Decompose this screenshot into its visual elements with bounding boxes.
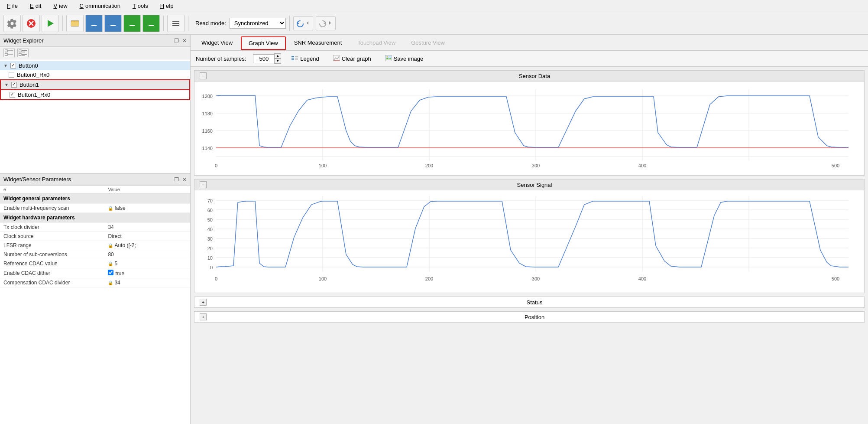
upload-button[interactable]	[104, 15, 122, 32]
status-panel-title: Status	[210, 299, 859, 306]
menu-help[interactable]: Help	[157, 2, 175, 10]
checkbox-button1[interactable]	[11, 82, 17, 88]
param-row-cdac-divider: Compensation CDAC divider 🔒34	[0, 278, 190, 287]
tab-graph-view[interactable]: Graph View	[241, 36, 286, 50]
svg-text:30: 30	[207, 236, 213, 241]
widget-explorer: Widget Explorer ❐ ✕ ▼ Butto	[0, 35, 190, 173]
param-row-clock-source: Clock source Direct	[0, 232, 190, 241]
samples-input[interactable]	[253, 54, 275, 63]
menu-edit[interactable]: Edit	[26, 2, 43, 10]
clear-graph-button[interactable]: Clear graph	[330, 54, 375, 64]
legend-label: Legend	[300, 55, 319, 62]
undo-button[interactable]	[293, 16, 313, 30]
svg-text:50: 50	[207, 217, 213, 222]
legend-button[interactable]: Legend	[288, 54, 322, 64]
toolbar-separator-4	[289, 16, 290, 31]
widget-explorer-close-button[interactable]: ✕	[182, 38, 187, 44]
sensor-signal-title: Sensor Signal	[210, 182, 859, 188]
position-expand-button[interactable]: +	[200, 313, 207, 320]
sensor-signal-collapse-button[interactable]: −	[200, 181, 207, 188]
param-row-multi-freq: Enable multi-frequency scan 🔒false	[0, 204, 190, 213]
sensor-signal-content: 70 60 50 40 30 20 10 0 0 100 200 300 400	[194, 190, 864, 293]
stop-button[interactable]	[23, 15, 40, 32]
graph-toolbar: Number of samples: ▲ ▼ Legend Clear grap…	[191, 51, 868, 67]
lock-icon-multi-freq: 🔒	[108, 206, 113, 211]
sensor-params-restore-button[interactable]: ❐	[174, 176, 179, 183]
tree-item-button1[interactable]: ▼ Button1	[0, 79, 190, 90]
widget-toolbar-btn2[interactable]	[17, 49, 29, 57]
svg-rect-18	[172, 21, 179, 22]
menu-list-button[interactable]	[167, 15, 185, 32]
svg-marker-24	[329, 21, 331, 25]
svg-rect-8	[91, 25, 97, 26]
svg-text:500: 500	[832, 276, 839, 281]
sensor-signal-chart: 70 60 50 40 30 20 10 0 0 100 200 300 400	[194, 194, 857, 289]
widget-explorer-restore-button[interactable]: ❐	[174, 38, 179, 44]
sensor-params-panel: Widget/Sensor Parameters ❐ ✕ e Value	[0, 173, 190, 424]
tab-gesture-view: Gesture View	[404, 36, 452, 50]
menu-file[interactable]: File	[3, 2, 19, 10]
position-panel: + Position	[194, 311, 865, 323]
svg-text:40: 40	[207, 227, 213, 232]
svg-text:500: 500	[832, 163, 839, 168]
clear-graph-icon	[333, 55, 340, 62]
svg-text:1200: 1200	[202, 94, 213, 99]
widget-explorer-title: Widget Explorer	[3, 37, 43, 44]
save-image-icon	[385, 55, 392, 62]
svg-text:300: 300	[532, 163, 540, 168]
checkbox-button0[interactable]	[10, 63, 16, 68]
params-table-inner: e Value Widget general parameters Enable…	[0, 186, 190, 287]
svg-rect-35	[291, 56, 294, 57]
svg-text:70: 70	[207, 198, 213, 203]
main-layout: Widget Explorer ❐ ✕ ▼ Butto	[0, 35, 868, 424]
lock-icon-cdac-ref: 🔒	[108, 261, 113, 266]
svg-text:1140: 1140	[202, 146, 213, 151]
widget-explorer-header: Widget Explorer ❐ ✕	[0, 35, 190, 47]
menu-tools[interactable]: Tools	[129, 2, 150, 10]
tab-widget-view[interactable]: Widget View	[194, 36, 240, 50]
widget-tree: ▼ Button0 Button0_Rx0 ▼ Button1	[0, 59, 190, 173]
widget-toolbar-btn1[interactable]	[3, 49, 15, 57]
svg-point-48	[386, 56, 388, 57]
param-row-sub-conv: Number of sub-conversions 80	[0, 250, 190, 259]
settings-button[interactable]	[3, 15, 21, 32]
import-button[interactable]	[143, 15, 160, 32]
samples-label: Number of samples:	[196, 55, 246, 62]
export-button[interactable]	[123, 15, 141, 32]
clear-graph-label: Clear graph	[342, 55, 371, 62]
checkbox-button1-rx0[interactable]	[10, 92, 15, 98]
cdac-dither-checkbox[interactable]	[108, 270, 113, 275]
svg-text:0: 0	[210, 265, 213, 270]
menu-communication[interactable]: Communication	[76, 2, 122, 10]
sensor-params-header-icons: ❐ ✕	[174, 176, 187, 183]
sensor-params-header: Widget/Sensor Parameters ❐ ✕	[0, 173, 190, 186]
download-button[interactable]	[85, 15, 103, 32]
read-mode-select[interactable]: Synchronized Free running Single	[230, 18, 286, 29]
sensor-data-collapse-button[interactable]: −	[200, 72, 207, 79]
param-row-cdac-dither: Enable CDAC dither true	[0, 268, 190, 278]
play-button[interactable]	[42, 15, 59, 32]
sensor-params-close-button[interactable]: ✕	[182, 176, 187, 183]
tabs-bar: Widget View Graph View SNR Measurement T…	[191, 35, 868, 51]
save-image-button[interactable]: Save image	[382, 54, 427, 64]
tree-item-button0-rx0[interactable]: Button0_Rx0	[0, 70, 190, 79]
samples-up-button[interactable]: ▲	[274, 53, 281, 59]
tree-item-button0[interactable]: ▼ Button0	[0, 61, 190, 70]
left-panel: Widget Explorer ❐ ✕ ▼ Butto	[0, 35, 191, 424]
open-button[interactable]	[66, 15, 84, 32]
svg-rect-26	[5, 53, 7, 55]
svg-rect-37	[291, 59, 294, 60]
status-panel: + Status	[194, 297, 865, 308]
tree-item-button1-rx0[interactable]: Button1_Rx0	[0, 90, 190, 100]
svg-line-44	[337, 56, 339, 59]
checkbox-button0-rx0[interactable]	[9, 72, 14, 78]
section-widget-general: Widget general parameters	[0, 194, 190, 204]
menu-view[interactable]: View	[50, 2, 69, 10]
tree-label-button0: Button0	[19, 62, 38, 69]
legend-icon	[291, 55, 298, 62]
samples-down-button[interactable]: ▼	[274, 59, 281, 64]
svg-text:400: 400	[638, 276, 646, 281]
redo-button[interactable]	[316, 16, 336, 30]
tab-snr-measurement[interactable]: SNR Measurement	[287, 36, 350, 50]
status-expand-button[interactable]: +	[200, 299, 207, 306]
